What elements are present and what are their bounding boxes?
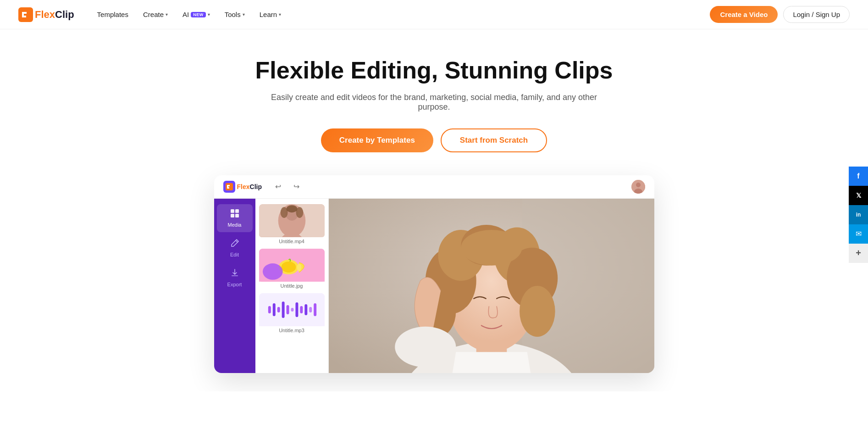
logo-text: FlexClip bbox=[35, 9, 74, 21]
logo[interactable]: FlexClip bbox=[18, 7, 74, 22]
svg-point-43 bbox=[461, 230, 522, 266]
sidebar-item-edit[interactable]: Edit bbox=[217, 234, 253, 262]
chevron-down-icon-learn: ▾ bbox=[279, 12, 281, 17]
image-filename: Untitle.jpg bbox=[259, 283, 325, 289]
sidebar-label-export: Export bbox=[227, 282, 242, 287]
linkedin-share-button[interactable]: in bbox=[849, 205, 868, 224]
chevron-down-icon: ▾ bbox=[166, 12, 168, 17]
nav-item-ai[interactable]: AI NEW ▾ bbox=[176, 7, 216, 22]
svg-rect-26 bbox=[286, 305, 289, 314]
email-icon: ✉ bbox=[856, 229, 862, 238]
twitter-share-button[interactable]: 𝕏 bbox=[849, 186, 868, 205]
undo-button[interactable]: ↩ bbox=[272, 180, 285, 193]
media-icon bbox=[230, 209, 239, 220]
svg-rect-8 bbox=[235, 214, 239, 217]
media-panel: Untitle.mp4 bbox=[255, 199, 329, 373]
chevron-down-icon-ai: ▾ bbox=[208, 12, 210, 17]
svg-rect-22 bbox=[268, 306, 271, 313]
svg-point-45 bbox=[520, 286, 555, 337]
svg-rect-27 bbox=[291, 308, 293, 312]
svg-rect-25 bbox=[282, 301, 284, 318]
svg-rect-5 bbox=[231, 209, 234, 213]
plus-icon: + bbox=[856, 248, 861, 258]
hero-section: Flexible Editing, Stunning Clips Easily … bbox=[0, 29, 868, 391]
nav-right: Create a Video Login / Sign Up bbox=[710, 6, 850, 23]
create-by-templates-button[interactable]: Create by Templates bbox=[321, 128, 433, 152]
twitter-icon: 𝕏 bbox=[856, 192, 861, 199]
hero-title: Flexible Editing, Stunning Clips bbox=[18, 57, 850, 84]
audio-thumbnail bbox=[259, 293, 325, 326]
svg-point-18 bbox=[281, 262, 296, 273]
email-share-button[interactable]: ✉ bbox=[849, 224, 868, 244]
export-icon bbox=[230, 268, 239, 280]
facebook-share-button[interactable]: f bbox=[849, 167, 868, 186]
svg-rect-7 bbox=[231, 214, 234, 217]
sidebar-label-edit: Edit bbox=[230, 252, 239, 257]
video-thumbnail bbox=[259, 204, 325, 237]
linkedin-icon: in bbox=[856, 212, 861, 218]
svg-rect-23 bbox=[272, 303, 275, 316]
editor-preview: FlexClip ↩ ↪ bbox=[214, 175, 654, 373]
svg-point-46 bbox=[395, 327, 456, 368]
nav-links: Templates Create ▾ AI NEW ▾ Tools ▾ Lear… bbox=[91, 7, 710, 22]
editor-sidebar: Media Edit bbox=[214, 199, 255, 373]
svg-rect-28 bbox=[295, 302, 298, 317]
media-thumb-video[interactable]: Untitle.mp4 bbox=[259, 204, 325, 244]
svg-rect-31 bbox=[309, 307, 312, 312]
svg-point-3 bbox=[636, 183, 641, 187]
nav-item-tools[interactable]: Tools ▾ bbox=[218, 7, 251, 22]
edit-icon bbox=[230, 239, 239, 250]
svg-rect-29 bbox=[300, 306, 303, 313]
svg-rect-32 bbox=[314, 303, 316, 316]
svg-rect-6 bbox=[235, 209, 239, 213]
login-button[interactable]: Login / Sign Up bbox=[783, 6, 850, 23]
more-share-button[interactable]: + bbox=[849, 244, 868, 263]
chevron-down-icon-tools: ▾ bbox=[243, 12, 245, 17]
sidebar-item-media[interactable]: Media bbox=[217, 204, 253, 232]
editor-logo-text: FlexClip bbox=[237, 183, 262, 190]
facebook-icon: f bbox=[857, 172, 859, 180]
nav-item-learn[interactable]: Learn ▾ bbox=[253, 7, 287, 22]
svg-rect-9 bbox=[232, 275, 238, 276]
svg-rect-30 bbox=[304, 304, 307, 315]
hero-subtitle: Easily create and edit videos for the br… bbox=[269, 93, 599, 112]
svg-point-15 bbox=[286, 205, 297, 212]
image-thumbnail bbox=[259, 249, 325, 282]
social-sidebar: f 𝕏 in ✉ + bbox=[849, 167, 868, 263]
media-thumb-audio[interactable]: Untitle.mp3 bbox=[259, 293, 325, 333]
create-video-button[interactable]: Create a Video bbox=[710, 6, 778, 23]
editor-logo-icon bbox=[223, 181, 235, 193]
sidebar-label-media: Media bbox=[228, 222, 242, 228]
svg-rect-24 bbox=[277, 307, 280, 312]
editor-canvas bbox=[329, 199, 654, 373]
navbar: FlexClip Templates Create ▾ AI NEW ▾ Too… bbox=[0, 0, 868, 29]
editor-logo: FlexClip bbox=[223, 181, 262, 193]
video-filename: Untitle.mp4 bbox=[259, 239, 325, 244]
media-thumb-image[interactable]: Untitle.jpg bbox=[259, 249, 325, 289]
start-from-scratch-button[interactable]: Start from Scratch bbox=[441, 128, 547, 152]
svg-rect-0 bbox=[18, 7, 33, 22]
svg-rect-1 bbox=[226, 183, 233, 190]
nav-item-create[interactable]: Create ▾ bbox=[137, 7, 174, 22]
sidebar-item-export[interactable]: Export bbox=[217, 264, 253, 292]
hero-buttons: Create by Templates Start from Scratch bbox=[18, 128, 850, 152]
redo-button[interactable]: ↪ bbox=[290, 180, 303, 193]
editor-topbar: FlexClip ↩ ↪ bbox=[214, 175, 654, 199]
avatar bbox=[631, 180, 645, 194]
svg-point-19 bbox=[297, 264, 301, 271]
audio-filename: Untitle.mp3 bbox=[259, 328, 325, 333]
svg-point-20 bbox=[262, 263, 282, 280]
editor-body: Media Edit bbox=[214, 199, 654, 373]
nav-item-templates[interactable]: Templates bbox=[91, 7, 135, 22]
ai-badge: NEW bbox=[191, 12, 206, 17]
